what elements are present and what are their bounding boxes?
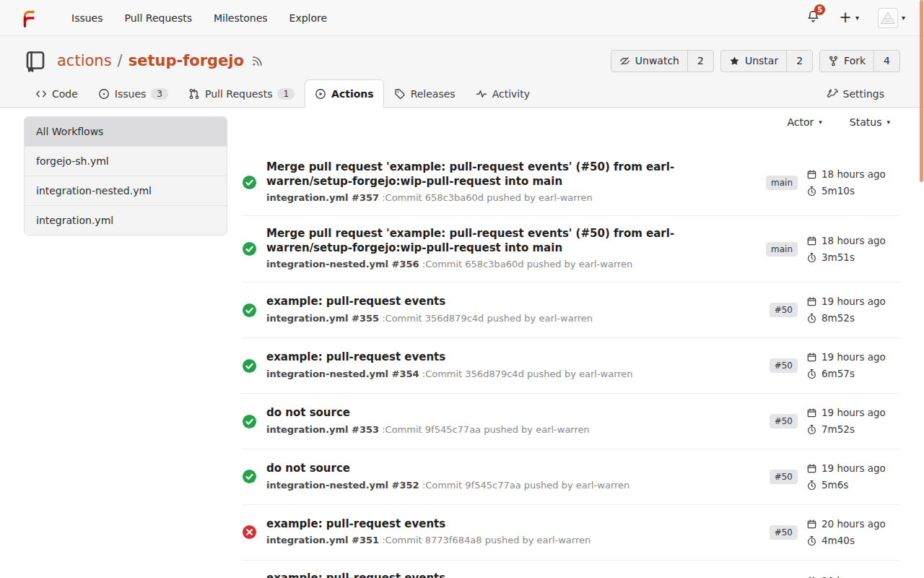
stopwatch-icon	[806, 252, 817, 263]
runs-panel: Actor ▾ Status ▾ M	[242, 116, 900, 578]
sidebar-item-all-workflows[interactable]: All Workflows	[25, 117, 227, 147]
run-time-line: 19 hours ago	[806, 293, 900, 310]
run-workflow-link[interactable]: integration.yml #353	[266, 424, 379, 435]
tab-code[interactable]: Code	[25, 79, 88, 108]
actor-filter-dropdown[interactable]: Actor ▾	[787, 116, 821, 128]
actions-main: All Workflows forgejo-sh.yml integration…	[0, 108, 924, 578]
run-duration-line: 7m52s	[806, 421, 900, 438]
run-workflow-link[interactable]: integration.yml #357	[266, 192, 379, 203]
tab-releases[interactable]: Releases	[384, 79, 466, 108]
run-time-ago: 20 hours ago	[821, 573, 886, 578]
run-workflow-link[interactable]: integration.yml #355	[266, 313, 379, 324]
tab-code-label: Code	[52, 88, 78, 100]
run-body: do not source integration-nested.yml #35…	[266, 462, 764, 492]
notifications-button[interactable]: 5	[806, 9, 820, 26]
stars-count[interactable]: 2	[786, 51, 812, 72]
tab-issues[interactable]: Issues 3	[88, 79, 178, 108]
chevron-down-icon: ▾	[819, 118, 822, 126]
run-title-link[interactable]: do not source	[266, 462, 712, 476]
forgejo-logo-icon[interactable]	[19, 8, 39, 28]
rss-icon[interactable]	[251, 55, 263, 67]
run-ref-badge[interactable]: #50	[770, 414, 798, 428]
check-circle-icon	[242, 175, 257, 190]
run-title-link[interactable]: Merge pull request 'example: pull-reques…	[266, 227, 712, 255]
calendar-icon	[806, 407, 817, 418]
status-filter-dropdown[interactable]: Status ▾	[850, 116, 890, 128]
run-ref-badge[interactable]: #50	[770, 470, 798, 484]
tab-pull-requests[interactable]: Pull Requests 1	[178, 79, 305, 108]
nav-link-issues[interactable]: Issues	[61, 7, 114, 30]
page-scrollbar-thumb[interactable]	[920, 0, 923, 182]
user-menu-dropdown[interactable]: ▾	[878, 8, 905, 28]
run-status-icon	[242, 525, 257, 540]
nav-link-pull-requests[interactable]: Pull Requests	[114, 7, 203, 30]
run-status-icon	[242, 469, 257, 484]
run-time-line: 19 hours ago	[806, 460, 900, 477]
run-meta: 18 hours ago 3m51s	[806, 233, 900, 266]
repo-header: actions / setup-forgejo	[0, 36, 924, 108]
run-ref-badge[interactable]: #50	[770, 358, 798, 373]
repo-title-separator: /	[118, 52, 123, 69]
repo-owner-link[interactable]: actions	[57, 52, 112, 69]
run-ref-badge[interactable]: main	[766, 176, 798, 190]
run-title-link[interactable]: example: pull-request events	[266, 350, 712, 365]
stopwatch-icon	[806, 368, 817, 379]
run-time-line: 18 hours ago	[806, 166, 900, 183]
run-workflow-link[interactable]: integration.yml #351	[266, 535, 379, 545]
sidebar-item-forgejo-sh[interactable]: forgejo-sh.yml	[25, 147, 227, 176]
run-badge-col: #50	[764, 303, 798, 317]
issues-count-badge: 3	[151, 88, 168, 100]
unstar-label: Unstar	[745, 55, 778, 66]
calendar-icon	[806, 576, 817, 578]
nav-link-explore[interactable]: Explore	[279, 7, 339, 30]
run-body: example: pull-request events integration…	[266, 295, 764, 325]
fork-button[interactable]: Fork	[820, 51, 873, 72]
star-button-group: Unstar 2	[720, 50, 813, 72]
run-title-link[interactable]: Merge pull request 'example: pull-reques…	[266, 160, 712, 189]
run-subtitle: integration.yml #353 :Commit 9f545c77aa …	[266, 423, 754, 436]
wrench-icon	[827, 88, 838, 100]
forks-count[interactable]: 4	[873, 51, 899, 72]
run-ref-badge[interactable]: #50	[770, 525, 798, 540]
run-commit-info: :Commit 356d879c4d pushed by earl-warren	[382, 313, 593, 324]
run-row: example: pull-request events integration…	[242, 338, 900, 394]
run-subtitle: integration-nested.yml #354 :Commit 356d…	[266, 368, 754, 381]
play-circle-icon	[315, 88, 326, 100]
run-badge-col: #50	[764, 358, 798, 373]
forgejo-app: Issues Pull Requests Milestones Explore …	[0, 0, 924, 578]
nav-link-milestones[interactable]: Milestones	[203, 7, 279, 30]
run-row: Merge pull request 'example: pull-reques…	[242, 150, 900, 216]
run-title-link[interactable]: example: pull-request events	[266, 517, 712, 532]
run-badge-col: #50	[764, 414, 798, 428]
run-title-link[interactable]: do not source	[266, 406, 712, 420]
repo-name-link[interactable]: setup-forgejo	[128, 52, 244, 69]
sidebar-item-integration-nested[interactable]: integration-nested.yml	[25, 176, 227, 206]
run-title-link[interactable]: example: pull-request events	[266, 295, 712, 309]
run-body: Merge pull request 'example: pull-reques…	[266, 160, 764, 204]
check-circle-icon	[242, 414, 257, 429]
sidebar-item-integration[interactable]: integration.yml	[25, 206, 227, 235]
watchers-count[interactable]: 2	[687, 51, 713, 72]
run-workflow-link[interactable]: integration-nested.yml #352	[266, 480, 419, 491]
run-title-link[interactable]: example: pull-request events	[266, 571, 712, 578]
run-ref-badge[interactable]: #50	[770, 303, 798, 317]
run-commit-info: :Commit 658c3ba60d pushed by earl-warren	[422, 259, 633, 269]
tab-activity[interactable]: Activity	[466, 79, 540, 108]
unstar-button[interactable]: Unstar	[721, 51, 786, 72]
run-duration-line: 6m57s	[806, 366, 900, 382]
tab-actions[interactable]: Actions	[305, 79, 384, 108]
stopwatch-icon	[806, 313, 817, 324]
run-time-ago: 19 hours ago	[821, 293, 886, 310]
calendar-icon	[806, 296, 817, 307]
run-body: do not source integration.yml #353 :Comm…	[266, 406, 764, 436]
run-body: Merge pull request 'example: pull-reques…	[266, 227, 764, 271]
create-new-dropdown[interactable]: + ▾	[839, 10, 859, 25]
run-workflow-link[interactable]: integration-nested.yml #354	[266, 368, 419, 379]
run-ref-badge[interactable]: main	[766, 242, 798, 256]
run-subtitle: integration.yml #357 :Commit 658c3ba60d …	[266, 191, 754, 204]
run-time-ago: 19 hours ago	[821, 349, 886, 366]
tab-settings[interactable]: Settings	[816, 79, 894, 108]
unwatch-button[interactable]: Unwatch	[611, 51, 687, 72]
run-time-line: 20 hours ago	[806, 516, 900, 532]
run-workflow-link[interactable]: integration-nested.yml #356	[266, 259, 419, 269]
